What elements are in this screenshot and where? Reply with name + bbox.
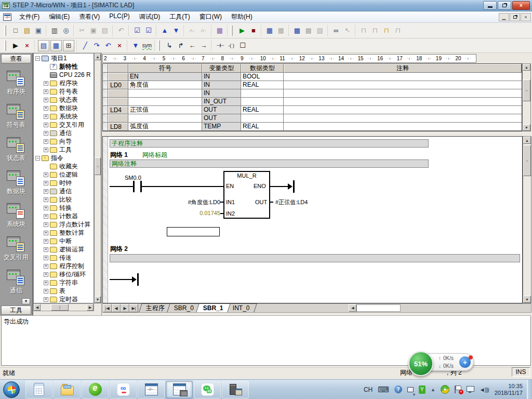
scroll-up-button[interactable]: ▲	[95, 54, 101, 60]
tree-item[interactable]: 逻辑运算	[43, 245, 94, 254]
expand-icon[interactable]	[44, 214, 48, 219]
comment-cell[interactable]	[284, 81, 522, 89]
toolbar-grip[interactable]	[158, 41, 160, 51]
menu-item[interactable]: 文件(F)	[15, 11, 44, 22]
taskbar-app-button[interactable]	[25, 381, 52, 398]
scroll-thumb[interactable]: ≡	[523, 145, 531, 176]
show-desktop-button[interactable]	[527, 380, 532, 399]
toolbar-icon[interactable]: ▶	[10, 40, 21, 51]
datatype-column-header[interactable]: 数据类型	[241, 64, 284, 73]
expand-icon[interactable]	[44, 222, 48, 227]
scroll-right-button[interactable]: ▶	[87, 304, 94, 311]
toolbar-icon[interactable]: ▩	[303, 25, 314, 36]
tab-scroll-track[interactable]	[356, 304, 401, 312]
expand-icon[interactable]	[44, 73, 48, 77]
tree-item[interactable]: 工具	[43, 145, 94, 154]
toolbar-icon[interactable]: ⊣⊢	[214, 40, 225, 51]
expand-icon[interactable]	[44, 81, 48, 86]
pou-tab[interactable]: INT_0	[225, 303, 257, 312]
toolbar-icon[interactable]: ╱	[79, 40, 91, 51]
expand-icon[interactable]	[44, 247, 48, 252]
expand-icon[interactable]	[44, 123, 48, 127]
document-icon[interactable]	[3, 14, 11, 21]
usb-device-icon[interactable]: Y	[419, 385, 425, 394]
datatype-cell[interactable]: BOOL	[241, 73, 284, 81]
datatype-cell[interactable]	[241, 89, 284, 98]
vartype-cell[interactable]: IN	[202, 73, 241, 81]
expand-icon[interactable]	[44, 239, 48, 244]
tree-item[interactable]: 中断	[43, 237, 94, 245]
toolbar-icon[interactable]: ▤	[99, 25, 111, 36]
tree-item[interactable]: 定时器	[43, 295, 94, 303]
expand-icon[interactable]	[44, 272, 48, 277]
show-hidden-icons[interactable]: ▲	[431, 387, 435, 392]
address-cell[interactable]: LD0	[108, 81, 128, 89]
toolbar-icon[interactable]: sym	[141, 40, 153, 51]
nav-more-button[interactable]: ▾	[22, 298, 30, 304]
expand-icon[interactable]	[44, 281, 48, 285]
toolbar-icon[interactable]: ⊓	[392, 25, 404, 36]
toolbar-icon[interactable]: A↑	[198, 25, 209, 36]
comment-cell[interactable]	[284, 98, 522, 106]
variable-table-row[interactable]: LD8 弧度值 TEMP REAL	[103, 123, 522, 131]
nav-item[interactable]: 符号表	[0, 100, 32, 133]
symbol-cell[interactable]: 正弦值	[128, 106, 202, 114]
toolbar-icon[interactable]: ▼	[130, 40, 141, 51]
datatype-cell[interactable]	[241, 114, 284, 123]
scroll-down-button[interactable]: ▼	[523, 296, 531, 303]
toolbar-toggle[interactable]: ▤	[38, 40, 49, 51]
tree-item[interactable]: 比较	[43, 195, 94, 204]
taskbar-app-button[interactable]	[166, 381, 193, 398]
comment-cell[interactable]	[284, 114, 522, 123]
symbol-column-header[interactable]: 符号	[128, 64, 202, 73]
language-indicator[interactable]: CH	[364, 386, 373, 393]
toolbar-icon[interactable]: ▥	[49, 25, 60, 36]
symbol-cell[interactable]	[128, 98, 202, 106]
collapse-icon[interactable]	[35, 56, 40, 61]
mdi-restore-button[interactable]	[510, 13, 520, 21]
address-cell[interactable]: LD4	[108, 106, 128, 114]
clock[interactable]: 10:35 2018/11/17	[495, 383, 523, 396]
scroll-left-button[interactable]: ◀	[34, 304, 41, 311]
expand-icon[interactable]	[44, 181, 48, 185]
taskbar-app-button[interactable]	[138, 381, 165, 398]
datatype-cell[interactable]	[241, 98, 284, 106]
row-selector[interactable]	[103, 73, 108, 81]
toolbar-icon[interactable]: ←	[187, 40, 198, 51]
toolbar-icon[interactable]: ↶	[102, 40, 114, 51]
toolbar-grip[interactable]	[4, 25, 6, 36]
row-selector[interactable]	[103, 123, 108, 131]
variable-table-row[interactable]: IN_OUT	[103, 98, 522, 106]
address-cell[interactable]	[108, 114, 128, 123]
contact-operand[interactable]: SM0.0	[125, 175, 141, 181]
tree-item[interactable]: 数据块	[43, 104, 94, 112]
comment-cell[interactable]	[284, 89, 522, 98]
toolbar-icon[interactable]: ↱	[175, 40, 187, 51]
expand-icon[interactable]	[44, 206, 48, 210]
expand-icon[interactable]	[44, 172, 48, 177]
toolbar-icon[interactable]: ▣	[88, 25, 99, 36]
help-icon[interactable]: ?	[394, 385, 402, 393]
nav-item[interactable]: 状态表	[0, 132, 32, 166]
toolbar-icon[interactable]: ×	[21, 40, 33, 51]
datatype-cell[interactable]: REAL	[241, 81, 284, 89]
tree-item-project-root[interactable]: 项目1	[34, 54, 94, 62]
symbol-cell[interactable]: EN	[128, 73, 202, 81]
menu-item[interactable]: 调试(D)	[135, 11, 165, 22]
network2-label[interactable]: 网络 2	[110, 245, 128, 254]
expand-icon[interactable]	[44, 189, 48, 194]
contact-bar-left[interactable]	[133, 181, 135, 192]
tree-horizontal-scrollbar[interactable]: ◀ ∥ ▶	[33, 303, 94, 311]
menu-item[interactable]: 窗口(W)	[195, 11, 227, 22]
mdi-close-button[interactable]: ×	[521, 13, 531, 21]
tree-item[interactable]: 计数器	[43, 212, 94, 220]
taskbar-app-button[interactable]	[222, 381, 249, 398]
expand-icon[interactable]	[44, 231, 48, 235]
expand-icon[interactable]	[44, 131, 48, 136]
variable-table-row[interactable]: OUT	[103, 114, 522, 123]
toolbar-icon[interactable]: ▩	[291, 25, 303, 36]
menu-item[interactable]: 工具(T)	[165, 11, 194, 22]
toolbar-toggle[interactable]: ⊞	[63, 40, 74, 51]
scroll-thumb[interactable]: ∥	[51, 304, 69, 311]
expand-icon[interactable]	[44, 297, 48, 302]
